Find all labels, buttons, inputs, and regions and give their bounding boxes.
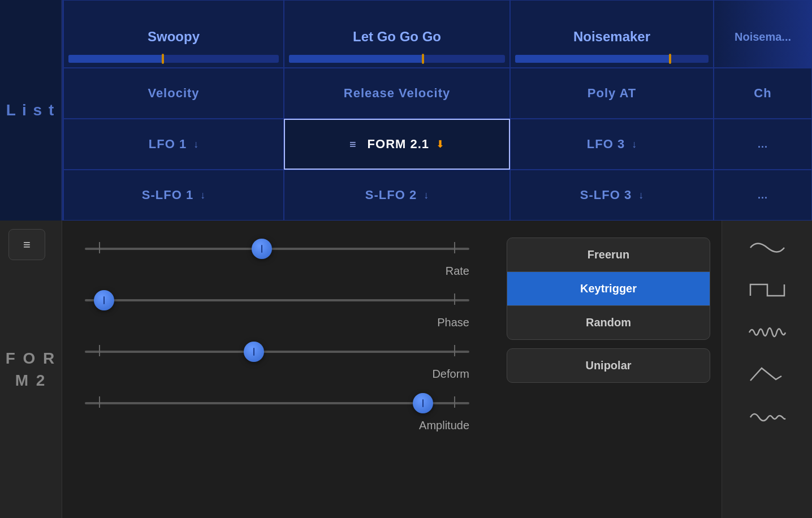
lfo1-label: LFO 1 (149, 137, 187, 152)
slfo2-cell[interactable]: S-LFO 2 ↓ (284, 170, 510, 221)
preset-swoopy-marker (162, 54, 164, 64)
preset-letgogogo[interactable]: Let Go Go Go (284, 0, 510, 68)
rate-slider-track (85, 248, 469, 250)
amplitude-slider-track (85, 402, 469, 404)
waveform-panel (722, 221, 812, 518)
slfo1-cell[interactable]: S-LFO 1 ↓ (63, 170, 284, 221)
lfo3-arrow: ↓ (632, 139, 637, 150)
preset-noisemaker-name: Noisemaker (511, 18, 713, 50)
phase-slider-track (85, 299, 469, 301)
rate-slider-row: Rate (85, 238, 473, 278)
preset-grid: Swoopy Let Go Go Go Noisemaker (62, 0, 812, 221)
rate-label: Rate (85, 265, 469, 278)
rate-thumb-line (261, 245, 262, 253)
slfo-partial-cell[interactable]: ... (714, 170, 812, 221)
rate-tick-left (99, 242, 100, 253)
mod-velocity-label: Velocity (148, 86, 199, 101)
square-wave-icon[interactable] (745, 274, 790, 305)
slfo1-label: S-LFO 1 (142, 188, 193, 202)
sliders-area: Rate Phase (62, 221, 495, 518)
preset-noisemaker-fill (515, 55, 670, 63)
lfo3-cell[interactable]: LFO 3 ↓ (510, 119, 714, 170)
preset-swoopy[interactable]: Swoopy (63, 0, 284, 68)
slfo2-label: S-LFO 2 (365, 188, 417, 202)
preset-letgogogo-name: Let Go Go Go (284, 18, 509, 50)
form-sidebar: F O R M 2 (0, 221, 62, 518)
phase-tick-right (454, 293, 455, 305)
lfo-partial-label: ... (758, 139, 768, 150)
mod-release-velocity[interactable]: Release Velocity (284, 68, 510, 119)
form21-cell[interactable]: ≡ FORM 2.1 ⬇ (284, 119, 510, 170)
preset-swoopy-name: Swoopy (64, 18, 283, 50)
right-controls: Freerun Keytrigger Random Unipolar (495, 221, 722, 518)
mod-channel-label: Ch (754, 86, 771, 101)
preset-noisemaker[interactable]: Noisemaker (510, 0, 714, 68)
deform-tick-right (454, 345, 455, 356)
amplitude-slider-row: Amplitude (85, 392, 473, 432)
complex-sine-wave-icon[interactable] (745, 402, 790, 433)
amplitude-slider-container[interactable] (85, 392, 473, 415)
deform-label: Deform (85, 368, 469, 381)
top-area: L i s t Swoopy Let Go Go Go Noisemaker (0, 0, 812, 221)
preset-swoopy-bar (68, 55, 279, 63)
mod-poly-at[interactable]: Poly AT (510, 68, 714, 119)
noise-wave-icon[interactable] (745, 317, 790, 348)
form-sidebar-label: F O R M 2 (0, 347, 62, 391)
preset-noisemaker-marker (669, 54, 671, 64)
mod-velocity[interactable]: Velocity (63, 68, 284, 119)
amplitude-label: Amplitude (85, 419, 469, 432)
phase-slider-thumb[interactable] (94, 290, 114, 310)
slfo3-cell[interactable]: S-LFO 3 ↓ (510, 170, 714, 221)
random-button[interactable]: Random (507, 306, 710, 339)
slfo-partial-label: ... (758, 189, 768, 201)
sine-wave-icon[interactable] (745, 232, 790, 263)
amplitude-slider-thumb[interactable] (413, 393, 433, 413)
mod-release-velocity-label: Release Velocity (344, 86, 450, 101)
triangle-wave-icon[interactable] (745, 359, 790, 390)
phase-slider-container[interactable] (85, 289, 473, 312)
form-menu-icon: ≡ (23, 238, 31, 252)
lfo1-arrow: ↓ (193, 139, 198, 150)
preset-letgogogo-fill (289, 55, 423, 63)
deform-slider-track (85, 351, 469, 353)
amplitude-tick-right (454, 396, 455, 408)
mod-channel[interactable]: Ch (714, 68, 812, 119)
slfo1-arrow: ↓ (200, 189, 205, 201)
deform-slider-thumb[interactable] (244, 342, 264, 362)
rate-tick-right (454, 242, 455, 253)
deform-slider-row: Deform (85, 340, 473, 381)
preset-letgogogo-bar (289, 55, 505, 63)
amplitude-thumb-line (422, 399, 424, 407)
slfo3-label: S-LFO 3 (580, 188, 632, 202)
deform-thumb-line (253, 348, 254, 356)
keytrigger-button[interactable]: Keytrigger (507, 272, 710, 306)
slfo3-arrow: ↓ (638, 189, 643, 201)
slfo2-arrow: ↓ (424, 189, 429, 201)
phase-slider-row: Phase (85, 289, 473, 329)
mod-poly-at-label: Poly AT (588, 86, 636, 101)
deform-tick-left (99, 345, 100, 356)
form21-menu-icon: ≡ (349, 138, 356, 151)
preset-letgogogo-marker (422, 54, 424, 64)
form21-arrow: ⬇ (436, 138, 444, 150)
form-menu-button[interactable]: ≡ (8, 229, 45, 260)
rate-slider-thumb[interactable] (252, 239, 272, 259)
unipolar-button[interactable]: Unipolar (507, 348, 710, 383)
list-label: L i s t (6, 99, 55, 121)
form21-label: FORM 2.1 (368, 137, 429, 152)
list-sidebar: L i s t (0, 0, 62, 221)
phase-thumb-line (103, 296, 105, 304)
preset-swoopy-fill (68, 55, 163, 63)
lfo-partial-cell[interactable]: ... (714, 119, 812, 170)
bottom-panel: F O R M 2 Rate (0, 221, 812, 518)
rate-slider-container[interactable] (85, 238, 473, 260)
preset-overflow-name: Noisema... (714, 19, 811, 49)
preset-overflow[interactable]: Noisema... (714, 0, 812, 68)
freerun-button[interactable]: Freerun (507, 238, 710, 272)
preset-noisemaker-bar (515, 55, 709, 63)
deform-slider-container[interactable] (85, 340, 473, 363)
lfo1-cell[interactable]: LFO 1 ↓ (63, 119, 284, 170)
phase-label: Phase (85, 316, 469, 329)
trigger-group: Freerun Keytrigger Random (507, 238, 710, 340)
lfo3-label: LFO 3 (587, 137, 625, 152)
